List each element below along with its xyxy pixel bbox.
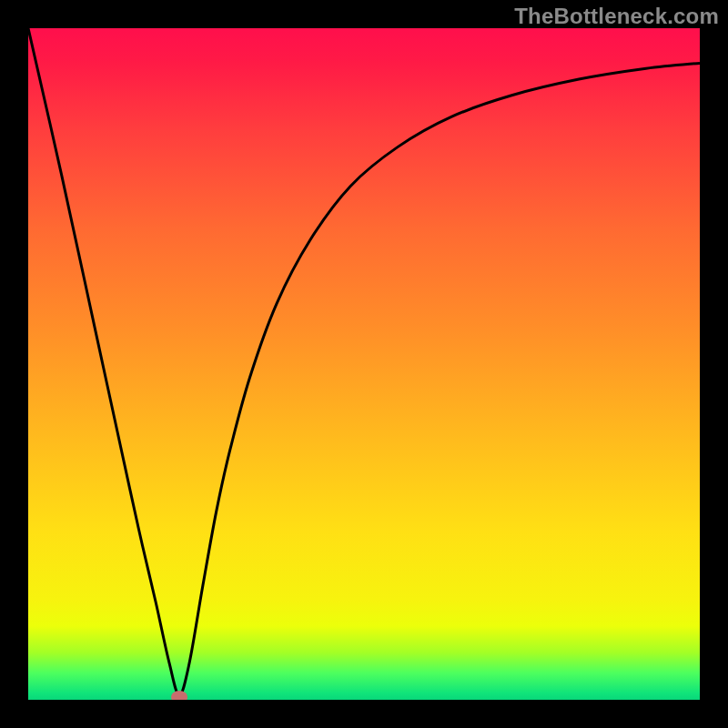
marker-dot — [171, 691, 187, 700]
chart-svg — [28, 28, 700, 700]
attribution-label: TheBottleneck.com — [514, 4, 719, 29]
chart-frame: TheBottleneck.com — [0, 0, 728, 728]
plot-area — [28, 28, 700, 700]
curve-line — [28, 28, 700, 695]
